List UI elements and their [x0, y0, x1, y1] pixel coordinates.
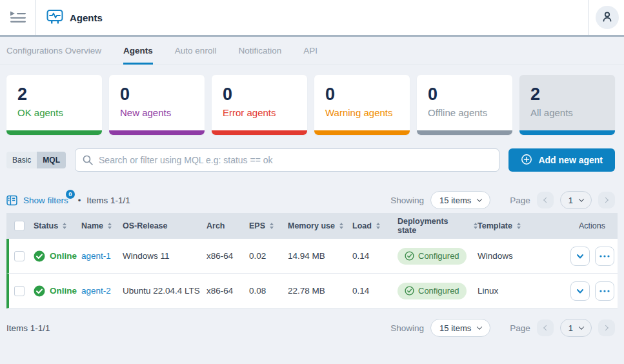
avatar-area — [589, 0, 624, 35]
search-input[interactable] — [75, 148, 499, 172]
separator-dot: • — [78, 196, 81, 205]
actions-cell — [567, 247, 618, 266]
sort-icon — [270, 223, 274, 229]
row-actions-menu-button[interactable] — [595, 247, 614, 266]
user-avatar-button[interactable] — [596, 6, 619, 29]
card-all-agents[interactable]: 2 All agents — [519, 75, 615, 135]
warning-agents-label: Warning agents — [325, 107, 410, 118]
row-checkbox[interactable] — [14, 251, 25, 261]
card-error-agents[interactable]: 0 Error agents — [212, 75, 307, 135]
mql-mode-button[interactable]: MQL — [37, 152, 66, 168]
chevron-down-icon — [579, 196, 584, 201]
card-offline-agents[interactable]: 0 Offline agents — [417, 75, 512, 135]
filters-count-badge: 0 — [66, 190, 75, 199]
check-circle-icon — [405, 286, 414, 296]
chevron-left-icon — [543, 197, 549, 203]
eps-cell: 0.02 — [249, 251, 288, 261]
page-title: Agents — [70, 12, 103, 23]
page-label: Page — [510, 196, 530, 205]
status-online-icon — [34, 285, 45, 297]
column-deployments-state[interactable]: Deployments state — [398, 217, 478, 235]
select-all-checkbox[interactable] — [14, 221, 25, 231]
show-filters-link[interactable]: Show filters 0 — [23, 196, 72, 205]
new-agents-bar — [109, 130, 205, 135]
arch-cell: x86-64 — [206, 251, 249, 261]
os-release-cell: Windows 11 — [123, 251, 206, 261]
row-actions-menu-button[interactable] — [595, 281, 614, 301]
template-cell: Linux — [478, 286, 567, 296]
menu-icon — [10, 11, 26, 25]
chevron-down-icon — [576, 287, 585, 296]
agents-monitor-icon — [46, 9, 63, 26]
sidebar-toggle-button[interactable] — [0, 0, 36, 35]
status-cell: Online — [34, 250, 81, 262]
tab-configurations-overview[interactable]: Configurations Overview — [6, 37, 101, 65]
ok-agents-label: OK agents — [17, 107, 102, 118]
column-template[interactable]: Template — [478, 221, 567, 230]
column-os-release: OS-Release — [123, 221, 206, 230]
table-row: Online agent-1 Windows 11 x86-64 0.02 14… — [6, 239, 618, 274]
search-mode-toggle: Basic MQL — [6, 152, 66, 168]
column-status[interactable]: Status — [34, 221, 81, 230]
row-checkbox[interactable] — [14, 286, 25, 296]
prev-page-button[interactable] — [537, 192, 554, 208]
sort-icon — [517, 223, 521, 229]
user-icon — [601, 10, 614, 25]
search-row: Basic MQL Add new agent — [0, 135, 624, 172]
page-size-dropdown[interactable]: 15 items — [430, 319, 490, 337]
offline-agents-label: Offline agents — [428, 107, 512, 118]
column-name[interactable]: Name — [81, 221, 123, 230]
table-row: Online agent-2 Ubuntu 22.04.4 LTS x86-64… — [6, 274, 618, 308]
agent-name-link[interactable]: agent-2 — [81, 286, 111, 296]
chevron-down-icon — [477, 324, 482, 329]
chevron-down-icon — [579, 324, 584, 329]
next-page-button[interactable] — [598, 319, 615, 336]
deployment-state-badge: Configured — [398, 283, 467, 299]
tab-notification[interactable]: Notification — [238, 37, 281, 65]
column-memory-use[interactable]: Memory use — [288, 221, 352, 230]
ellipsis-icon — [599, 255, 610, 258]
card-warning-agents[interactable]: 0 Warning agents — [314, 75, 410, 135]
expand-row-button[interactable] — [570, 281, 590, 301]
column-load[interactable]: Load — [352, 221, 398, 230]
all-agents-bar — [519, 130, 615, 135]
pagination-top: Showing 15 items Page 1 — [390, 191, 615, 209]
status-text: Online — [50, 251, 77, 261]
column-eps[interactable]: EPS — [249, 221, 288, 230]
sort-icon — [376, 223, 380, 229]
check-circle-icon — [405, 251, 414, 261]
card-new-agents[interactable]: 0 New agents — [109, 75, 205, 135]
memory-use-cell: 14.94 MB — [288, 251, 352, 261]
status-online-icon — [34, 250, 45, 262]
add-new-agent-button[interactable]: Add new agent — [508, 148, 615, 172]
basic-mode-button[interactable]: Basic — [6, 152, 37, 168]
agent-stat-cards: 2 OK agents 0 New agents 0 Error agents … — [0, 65, 624, 135]
ellipsis-icon — [599, 290, 610, 292]
page-number-dropdown[interactable]: 1 — [560, 319, 592, 337]
chevron-down-icon — [576, 252, 585, 261]
items-range-bottom: Items 1-1/1 — [6, 323, 50, 333]
prev-page-button[interactable] — [537, 319, 554, 336]
load-cell: 0.14 — [352, 251, 398, 261]
arch-cell: x86-64 — [206, 286, 249, 296]
tab-bar: Configurations Overview Agents Auto enro… — [0, 37, 624, 65]
tab-api[interactable]: API — [303, 37, 317, 65]
page-number-dropdown[interactable]: 1 — [560, 191, 592, 209]
agent-name-link[interactable]: agent-1 — [81, 251, 111, 261]
sort-icon — [108, 223, 112, 229]
load-cell: 0.14 — [352, 286, 398, 296]
filters-icon — [6, 195, 17, 206]
template-cell: Windows — [478, 251, 567, 261]
expand-row-button[interactable] — [570, 247, 590, 266]
add-new-agent-label: Add new agent — [538, 155, 603, 165]
chevron-down-icon — [477, 196, 482, 201]
column-arch: Arch — [206, 221, 249, 230]
tab-agents[interactable]: Agents — [123, 37, 153, 65]
status-text: Online — [50, 286, 77, 296]
app-title: Agents — [36, 9, 589, 26]
card-ok-agents[interactable]: 2 OK agents — [6, 75, 102, 135]
next-page-button[interactable] — [598, 192, 615, 208]
ok-agents-bar — [6, 130, 102, 135]
page-size-dropdown[interactable]: 15 items — [430, 191, 490, 209]
tab-auto-enroll[interactable]: Auto enroll — [175, 37, 217, 65]
